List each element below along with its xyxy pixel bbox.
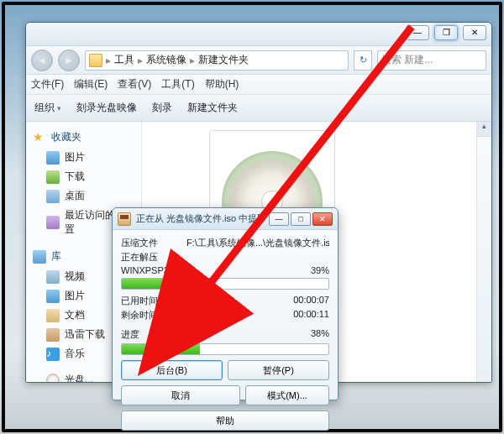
- total-progress-bar: [121, 343, 329, 355]
- pause-button[interactable]: 暂停(P): [228, 360, 329, 380]
- scrollbar-vertical[interactable]: ▴: [476, 122, 491, 382]
- remain-value: 00:00:11: [293, 309, 329, 322]
- dialog-title: 正在从 光盘镜像文件.iso 中提取: [136, 212, 264, 225]
- address-bar: ◄ ► ▸ 工具 ▸ 系统镜像 ▸ 新建文件夹 ↻ 搜索 新建...: [26, 46, 491, 75]
- explorer-titlebar: ― ❐ ✕: [26, 23, 491, 46]
- file-progress-bar: [121, 278, 329, 290]
- tb-burn[interactable]: 刻录: [152, 101, 172, 115]
- menu-file[interactable]: 文件(F): [31, 77, 64, 92]
- nav-back-button[interactable]: ◄: [31, 50, 53, 71]
- progress-percent: 38%: [311, 328, 329, 341]
- crumb-seg[interactable]: 新建文件夹: [198, 53, 249, 67]
- winrar-icon: [118, 212, 131, 226]
- menu-edit[interactable]: 编辑(E): [74, 77, 108, 92]
- sidebar-item-downloads[interactable]: 下载: [26, 167, 141, 186]
- dialog-minimize-button[interactable]: ―: [269, 212, 289, 226]
- progress-label: 进度: [121, 328, 139, 341]
- maximize-button[interactable]: ❐: [434, 25, 458, 40]
- menu-view[interactable]: 查看(V): [118, 77, 151, 92]
- help-button[interactable]: 帮助: [121, 410, 329, 431]
- remain-label: 剩余时间: [121, 309, 158, 322]
- minimize-button[interactable]: ―: [406, 25, 429, 40]
- file-percent: 39%: [311, 265, 329, 275]
- cancel-button[interactable]: 取消: [121, 385, 240, 405]
- extracting-label: 正在解压: [121, 251, 158, 264]
- menu-help[interactable]: 帮助(H): [205, 77, 239, 92]
- dialog-titlebar[interactable]: 正在从 光盘镜像文件.iso 中提取 ― □ ✕: [113, 208, 338, 230]
- elapsed-label: 已用时间: [121, 295, 158, 307]
- sidebar-favorites[interactable]: ★收藏夹: [26, 127, 141, 148]
- breadcrumb[interactable]: ▸ 工具 ▸ 系统镜像 ▸ 新建文件夹: [85, 50, 349, 71]
- current-file: WINXPSP3.GHO: [121, 265, 192, 275]
- mode-button[interactable]: 模式(M)...: [245, 385, 329, 405]
- elapsed-value: 00:00:07: [293, 295, 329, 307]
- extract-dialog: 正在从 光盘镜像文件.iso 中提取 ― □ ✕ 压缩文件 F:\工具\系统镜像…: [112, 207, 339, 400]
- sidebar-item-pictures[interactable]: 图片: [26, 148, 141, 167]
- nav-fwd-button[interactable]: ►: [58, 50, 80, 71]
- background-button[interactable]: 后台(B): [121, 360, 223, 380]
- search-input[interactable]: 搜索 新建...: [377, 50, 486, 71]
- explorer-toolbar: 组织 刻录光盘映像 刻录 新建文件夹: [26, 95, 491, 122]
- tb-organize[interactable]: 组织: [34, 101, 61, 115]
- tb-burn-image[interactable]: 刻录光盘映像: [76, 101, 137, 115]
- refresh-button[interactable]: ↻: [354, 50, 372, 71]
- close-button[interactable]: ✕: [463, 25, 486, 40]
- dialog-maximize-button[interactable]: □: [291, 212, 311, 226]
- crumb-seg[interactable]: 系统镜像: [146, 53, 186, 67]
- sidebar-item-desktop[interactable]: 桌面: [26, 186, 141, 206]
- archive-path: F:\工具\系统镜像...\光盘镜像文件.iso: [186, 237, 329, 249]
- menu-tools[interactable]: 工具(T): [161, 77, 194, 92]
- crumb-seg[interactable]: 工具: [114, 53, 134, 67]
- folder-icon: [89, 54, 102, 67]
- dialog-close-button[interactable]: ✕: [312, 212, 333, 226]
- tb-new-folder[interactable]: 新建文件夹: [187, 101, 238, 115]
- archive-label: 压缩文件: [121, 237, 158, 249]
- explorer-menubar: 文件(F) 编辑(E) 查看(V) 工具(T) 帮助(H): [26, 75, 491, 95]
